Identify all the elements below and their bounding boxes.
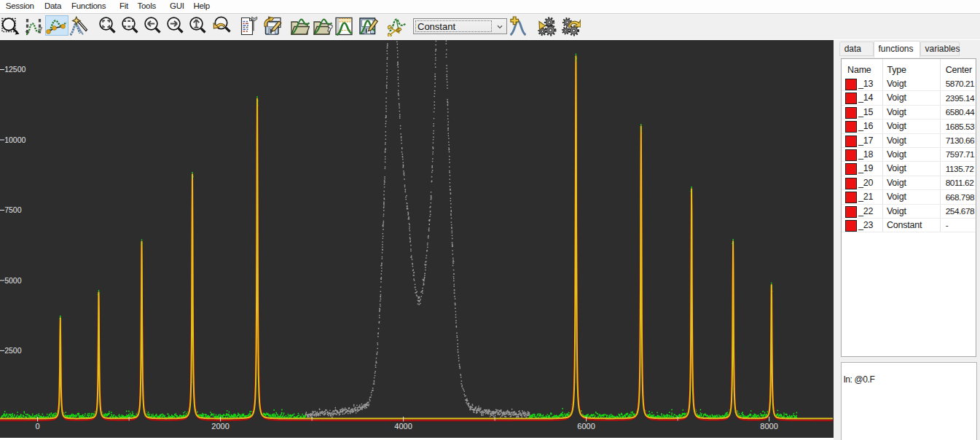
svg-text:8000: 8000 [760,422,777,431]
svg-text:12500: 12500 [4,65,26,74]
svg-text:6000: 6000 [577,422,595,431]
svg-text:2000: 2000 [211,422,229,431]
svg-text:7500: 7500 [4,205,22,214]
svg-text:0: 0 [36,422,40,431]
svg-text:4000: 4000 [394,422,412,431]
svg-text:2500: 2500 [4,346,22,355]
svg-text:5000: 5000 [4,276,22,285]
svg-text:10000: 10000 [4,135,26,144]
